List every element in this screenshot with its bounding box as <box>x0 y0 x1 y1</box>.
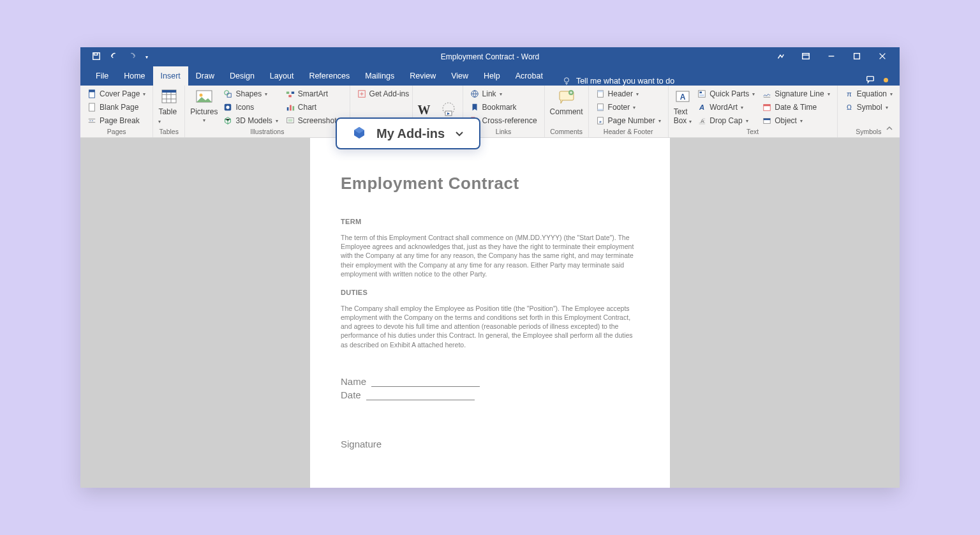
tab-file[interactable]: File <box>88 66 116 86</box>
group-comments: Comment Comments <box>545 86 589 137</box>
tell-me[interactable]: Tell me what you want to do <box>562 77 674 86</box>
tab-insert[interactable]: Insert <box>153 66 188 86</box>
page-number-button[interactable]: #Page Number▾ <box>594 115 663 126</box>
header-button[interactable]: Header▾ <box>594 88 663 100</box>
wikipedia-button[interactable]: W <box>418 103 431 117</box>
group-illustrations: Pictures▾ Shapes▾ Icons 3D Models▾ Smart… <box>185 86 350 137</box>
save-icon[interactable] <box>92 52 101 63</box>
wordart-button[interactable]: AWordArt▾ <box>695 102 757 113</box>
svg-point-12 <box>199 94 202 97</box>
cover-page-button[interactable]: Cover Page▾ <box>85 88 147 100</box>
window-title: Employment Contract - Word <box>441 52 540 61</box>
svg-rect-1 <box>94 52 98 55</box>
tab-mailings[interactable]: Mailings <box>357 66 402 86</box>
3d-models-button[interactable]: 3D Models▾ <box>221 115 279 126</box>
date-time-button[interactable]: Date & Time <box>761 102 831 113</box>
term-paragraph: The term of this Employment Contract sha… <box>341 233 639 278</box>
signature-label: Signature <box>341 439 639 449</box>
ribbon-display-icon[interactable] <box>801 52 810 63</box>
svg-rect-21 <box>290 105 292 111</box>
svg-point-16 <box>226 105 230 109</box>
group-illustrations-label: Illustrations <box>190 128 344 137</box>
undo-icon[interactable] <box>110 52 119 63</box>
simplify-ribbon-icon[interactable] <box>776 52 785 63</box>
svg-text:π: π <box>847 90 852 98</box>
svg-point-13 <box>225 91 229 95</box>
duties-paragraph: The Company shall employ the Employee as… <box>341 304 639 349</box>
svg-rect-14 <box>228 93 232 97</box>
page-break-button[interactable]: Page Break <box>85 115 147 126</box>
redo-icon[interactable] <box>128 52 137 63</box>
quick-parts-button[interactable]: Quick Parts▾ <box>695 88 757 100</box>
group-hf-label: Header & Footer <box>594 128 663 137</box>
pictures-button[interactable]: Pictures▾ <box>190 88 218 123</box>
svg-rect-24 <box>288 119 292 121</box>
group-pages: Cover Page▾ Blank Page Page Break Pages <box>80 86 153 137</box>
maximize-icon[interactable] <box>852 52 861 63</box>
smartart-button[interactable]: SmartArt <box>284 88 345 100</box>
my-addins-button[interactable]: My Add-ins <box>336 117 480 149</box>
tab-draw[interactable]: Draw <box>188 66 222 86</box>
section-term: TERM <box>341 218 639 225</box>
tab-help[interactable]: Help <box>476 66 508 86</box>
tab-review[interactable]: Review <box>402 66 443 86</box>
equation-button[interactable]: πEquation▾ <box>843 88 895 100</box>
chart-button[interactable]: Chart <box>284 102 345 113</box>
tab-home[interactable]: Home <box>116 66 152 86</box>
section-duties: DUTIES <box>341 289 639 296</box>
svg-rect-7 <box>89 90 95 93</box>
close-icon[interactable] <box>878 52 887 63</box>
svg-text:A: A <box>680 93 686 102</box>
svg-text:A: A <box>699 103 704 111</box>
addins-icon <box>351 125 368 142</box>
footer-button[interactable]: Footer▾ <box>594 102 663 113</box>
tab-view[interactable]: View <box>443 66 476 86</box>
svg-rect-42 <box>700 92 702 94</box>
svg-text:Ω: Ω <box>847 103 852 111</box>
drop-cap-button[interactable]: ADrop Cap▾ <box>695 115 757 126</box>
comments-icon[interactable] <box>866 75 875 86</box>
svg-rect-43 <box>700 94 704 96</box>
minimize-icon[interactable] <box>827 52 836 63</box>
text-box-button[interactable]: A Text Box ▾ <box>674 88 692 125</box>
group-text-label: Text <box>674 128 832 137</box>
tab-design[interactable]: Design <box>222 66 262 86</box>
document-canvas[interactable]: Employment Contract TERM The term of thi… <box>80 138 900 488</box>
document-page[interactable]: Employment Contract TERM The term of thi… <box>310 138 670 488</box>
comment-button[interactable]: Comment <box>550 88 583 116</box>
group-header-footer: Header▾ Footer▾ #Page Number▾ Header & F… <box>589 86 669 137</box>
svg-rect-19 <box>288 95 291 98</box>
svg-rect-20 <box>287 107 289 110</box>
collapse-ribbon-icon[interactable] <box>886 123 893 135</box>
link-button[interactable]: Link▾ <box>468 88 539 100</box>
tell-me-label: Tell me what you want to do <box>576 77 674 86</box>
blank-page-button[interactable]: Blank Page <box>85 102 147 113</box>
date-field: Date <box>341 389 639 400</box>
svg-rect-36 <box>597 109 603 111</box>
title-bar: ▾ Employment Contract - Word <box>80 47 900 66</box>
bookmark-button[interactable]: Bookmark <box>468 102 539 113</box>
online-video-button[interactable] <box>440 101 457 119</box>
svg-rect-5 <box>867 77 874 81</box>
table-button[interactable]: Table ▾ <box>158 88 179 125</box>
group-tables-label: Tables <box>158 128 179 137</box>
qat-dropdown-icon[interactable]: ▾ <box>145 54 148 60</box>
shapes-button[interactable]: Shapes▾ <box>221 88 279 100</box>
svg-rect-3 <box>854 53 860 59</box>
svg-rect-2 <box>803 53 810 59</box>
tab-references[interactable]: References <box>301 66 357 86</box>
tab-acrobat[interactable]: Acrobat <box>508 66 551 86</box>
my-addins-label: My Add-ins <box>376 126 445 141</box>
tab-layout[interactable]: Layout <box>262 66 302 86</box>
group-pages-label: Pages <box>85 128 147 137</box>
symbol-button[interactable]: ΩSymbol▾ <box>843 102 895 113</box>
signature-line-button[interactable]: Signature Line▾ <box>761 88 831 100</box>
object-button[interactable]: Object▾ <box>761 115 831 126</box>
lightbulb-icon <box>562 77 571 86</box>
icons-button[interactable]: Icons <box>221 102 279 113</box>
name-field: Name <box>341 376 639 387</box>
chevron-down-icon <box>454 128 465 139</box>
svg-rect-34 <box>597 91 603 93</box>
get-addins-button[interactable]: Get Add-ins <box>355 88 412 100</box>
group-text: A Text Box ▾ Quick Parts▾ AWordArt▾ ADro… <box>669 86 838 137</box>
